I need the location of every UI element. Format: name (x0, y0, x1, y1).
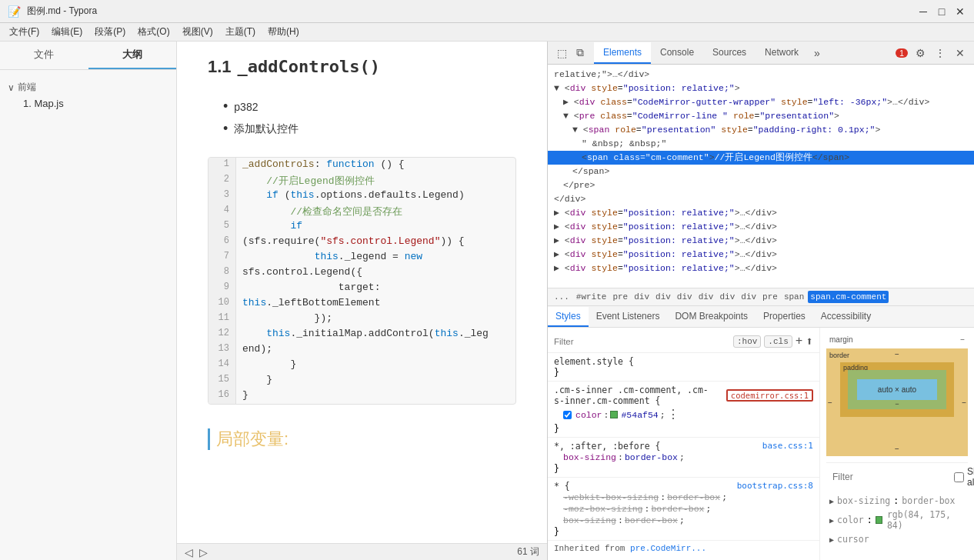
menu-file[interactable]: 文件(F) (3, 24, 45, 40)
dom-line-7[interactable]: </span> (548, 165, 974, 178)
panel-tab-styles[interactable]: Styles (548, 307, 589, 327)
sidebar-item-mapjs[interactable]: 1. Map.js (8, 95, 168, 112)
sidebar-section-header[interactable]: ∨ 前端 (8, 79, 168, 95)
list-item-0: p382 (223, 98, 501, 115)
dom-line-4[interactable]: ▼ <span role="presentation" style="paddi… (548, 123, 974, 137)
dom-line-10[interactable]: ▶ <div style="position: relative;">…</di… (548, 206, 974, 220)
dom-line-14[interactable]: ▶ <div style="position: relative;">…</di… (548, 262, 974, 275)
devtools-controls: 1 ⚙ ⋮ ✕ (896, 45, 968, 61)
dom-line-13[interactable]: ▶ <div style="position: relative;">…</di… (548, 248, 974, 262)
panel-tab-accessibility[interactable]: Accessibility (813, 307, 879, 327)
code-line-2: 2 //开启Legend图例控件 (208, 173, 515, 188)
sidebar-tabs: 文件 大纲 (0, 42, 176, 70)
padding-bottom: − (895, 400, 899, 408)
large-text-section: 局部变量: (208, 412, 516, 466)
inspect-icon[interactable]: ⬚ (554, 45, 569, 61)
breadcrumb-div-5[interactable]: div (717, 291, 737, 303)
panel-tab-properties[interactable]: Properties (756, 307, 813, 327)
dom-line-9[interactable]: </div> (548, 192, 974, 206)
dom-line-11[interactable]: ▶ <div style="position: relative;">…</di… (548, 220, 974, 234)
breadcrumb-div-3[interactable]: div (675, 291, 695, 303)
rule-more-button-1[interactable]: ⋮ (667, 407, 679, 422)
add-style-button[interactable]: + (796, 335, 803, 348)
dom-line-3[interactable]: ▼ <pre class="CodeMirror-line " role="pr… (548, 109, 974, 123)
nav-back-button[interactable]: ◁ (185, 546, 193, 558)
editor-content[interactable]: 1.1 _addControls() p382 添加默认控件 1 (177, 42, 547, 543)
panel-tab-dom-breakpoints[interactable]: DOM Breakpoints (667, 307, 756, 327)
sidebar-tab-outline[interactable]: 大纲 (88, 42, 177, 69)
breadcrumb-span-comment[interactable]: span.cm-comment (808, 291, 889, 303)
devtools-tab-sources[interactable]: Sources (703, 42, 756, 64)
show-all-checkbox[interactable] (954, 472, 964, 482)
rule-link-2[interactable]: base.css:1 (762, 441, 813, 452)
devtools-panel: ⬚ ⧉ Elements Console Sources Network » 1… (547, 42, 974, 560)
devtools-dom[interactable]: relative;">…</div> ▼ <div style="positio… (548, 65, 974, 288)
inherited-cursor-row: ▶ cursor (826, 532, 968, 546)
pseudo-filter-button[interactable]: :hov (733, 335, 761, 348)
margin-left: − (828, 398, 832, 407)
breadcrumb-div-2[interactable]: div (653, 291, 673, 303)
breadcrumb-pre-2[interactable]: pre (760, 291, 780, 303)
rule-link-1[interactable]: codemirror.css:1 (726, 389, 813, 402)
code-line-16: 16 } (208, 388, 515, 404)
dom-line-6[interactable]: <span class="cm-comment">//开启Legend图例控件<… (548, 151, 974, 165)
styles-panel: :hov .cls + ⬆ element.style { } (548, 328, 974, 560)
window: 📝 图例.md - Typora ─ □ ✕ 文件(F) 编辑(E) 段落(P)… (0, 0, 974, 560)
error-badge: 1 (896, 48, 908, 58)
menu-view[interactable]: 视图(V) (176, 24, 219, 40)
minimize-button[interactable]: ─ (917, 5, 929, 18)
inherited-props-list: ▶ box-sizing : border-box ▶ color : rgb(… (826, 491, 968, 549)
rule-close-1: } (554, 423, 813, 434)
breadcrumb-div-1[interactable]: div (632, 291, 652, 303)
dom-line-5[interactable]: " &nbsp; &nbsp;" (548, 137, 974, 151)
margin-minus: − (960, 335, 965, 344)
dom-line-12[interactable]: ▶ <div style="position: relative;">…</di… (548, 234, 974, 248)
breadcrumb-span-1[interactable]: span (782, 291, 806, 303)
breadcrumb-div-6[interactable]: div (739, 291, 759, 303)
inherited-link[interactable]: pre.CodeMirr... (630, 544, 706, 553)
code-line-9: 9 target: (208, 281, 515, 296)
code-line-8: 8 sfs.control.Legend({ (208, 265, 515, 281)
box-model-outer: − − − border padding auto × auto − (826, 348, 968, 456)
code-line-1: 1 _addControls: function () { (208, 158, 515, 173)
menu-edit[interactable]: 编辑(E) (45, 24, 88, 40)
margin-label: margin (829, 335, 853, 344)
inherited-color-row: ▶ color : rgb(84, 175, 84) (826, 508, 968, 532)
panel-tab-event-listeners[interactable]: Event Listeners (589, 307, 668, 327)
devtools-tab-console[interactable]: Console (651, 42, 703, 64)
scroll-to-top-button[interactable]: ⬆ (806, 334, 813, 349)
devtools-tab-elements[interactable]: Elements (594, 42, 651, 64)
breadcrumb-pre-1[interactable]: pre (610, 291, 630, 303)
close-button[interactable]: ✕ (954, 5, 966, 18)
prop-checkbox-color[interactable] (563, 411, 572, 419)
window-controls: ─ □ ✕ (917, 5, 966, 18)
rule-link-3[interactable]: bootstrap.css:8 (737, 481, 813, 492)
device-icon[interactable]: ⧉ (572, 45, 588, 61)
devtools-tab-network[interactable]: Network (756, 42, 808, 64)
breadcrumb-div-4[interactable]: div (696, 291, 716, 303)
sidebar-tab-files[interactable]: 文件 (0, 42, 88, 69)
close-devtools-button[interactable]: ✕ (952, 45, 968, 61)
code-block[interactable]: 1 _addControls: function () { 2 //开启Lege… (208, 157, 516, 405)
devtools-tab-more[interactable]: » (808, 44, 826, 62)
nav-forward-button[interactable]: ▷ (199, 546, 208, 558)
cls-filter-button[interactable]: .cls (764, 335, 792, 348)
margin-bottom: − (895, 445, 899, 453)
dom-line-8[interactable]: </pre> (548, 178, 974, 192)
filter-bottom-input[interactable] (832, 472, 948, 482)
dom-line-0[interactable]: relative;">…</div> (548, 68, 974, 82)
code-line-5: 5 if (208, 219, 515, 235)
styles-filter-input[interactable] (554, 337, 730, 346)
dom-line-2[interactable]: ▶ <div class="CodeMirror-gutter-wrapper"… (548, 95, 974, 109)
menu-theme[interactable]: 主题(T) (219, 24, 262, 40)
settings-icon[interactable]: ⚙ (912, 45, 928, 61)
menu-paragraph[interactable]: 段落(P) (88, 24, 132, 40)
dom-line-1[interactable]: ▼ <div style="position: relative;"> (548, 82, 974, 95)
more-options-icon[interactable]: ⋮ (932, 45, 948, 61)
breadcrumb-more[interactable]: ... (551, 291, 572, 303)
menu-help[interactable]: 帮助(H) (262, 24, 305, 40)
heading-number: 1.1 (208, 57, 232, 77)
breadcrumb-write[interactable]: #write (574, 291, 609, 303)
maximize-button[interactable]: □ (936, 5, 948, 18)
menu-format[interactable]: 格式(O) (132, 24, 175, 40)
